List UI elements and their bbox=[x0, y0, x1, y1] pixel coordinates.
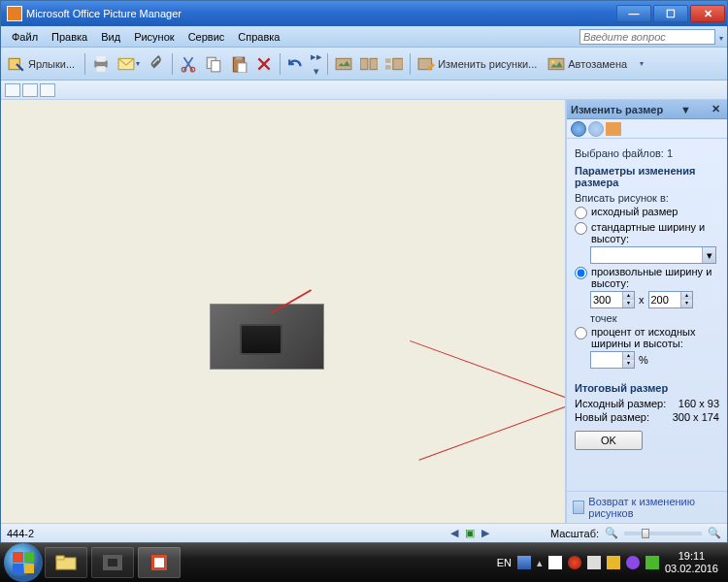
toolbar-overflow[interactable]: ▾ bbox=[635, 59, 648, 68]
radio-standard[interactable]: стандартные ширину и высоту: bbox=[575, 221, 719, 244]
clock[interactable]: 19:11 03.02.2016 bbox=[665, 550, 718, 575]
cut-button[interactable] bbox=[177, 51, 200, 77]
start-button[interactable] bbox=[4, 543, 43, 582]
result-heading: Итоговый размер bbox=[575, 382, 719, 394]
tray-flag-icon[interactable] bbox=[548, 556, 562, 569]
minimize-button[interactable]: — bbox=[616, 5, 651, 22]
panel-close-icon[interactable]: ✕ bbox=[709, 103, 723, 115]
width-input[interactable] bbox=[591, 294, 622, 306]
chevron-down-icon[interactable] bbox=[718, 31, 723, 43]
menu-view[interactable]: Вид bbox=[94, 29, 127, 45]
annotation-arrow bbox=[418, 406, 565, 461]
nav-home-button[interactable] bbox=[606, 122, 621, 136]
selected-count: Выбрано файлов: 1 bbox=[575, 147, 719, 159]
maximize-button[interactable]: ☐ bbox=[653, 5, 688, 22]
svg-rect-11 bbox=[238, 62, 247, 72]
paste-button[interactable] bbox=[227, 51, 250, 77]
menu-edit[interactable]: Правка bbox=[45, 29, 94, 45]
close-button[interactable]: ✕ bbox=[690, 5, 725, 22]
filmstrip-view-button[interactable] bbox=[357, 51, 381, 77]
percent-input[interactable] bbox=[591, 354, 622, 366]
back-to-edit-link[interactable]: Возврат к изменению рисунков bbox=[588, 496, 721, 519]
task-explorer[interactable] bbox=[45, 547, 87, 578]
nav-forward-button[interactable] bbox=[588, 121, 604, 137]
system-tray: EN ▴ 19:11 03.02.2016 bbox=[497, 550, 724, 575]
task-picture-manager[interactable] bbox=[138, 547, 181, 578]
single-view-button[interactable] bbox=[382, 51, 406, 77]
thumbnail-view-button[interactable] bbox=[332, 51, 355, 77]
svg-rect-14 bbox=[370, 58, 378, 69]
menu-file[interactable]: Файл bbox=[5, 29, 45, 45]
delete-button[interactable] bbox=[252, 51, 276, 77]
panel-dropdown-icon[interactable]: ▼ bbox=[678, 104, 694, 115]
mail-button[interactable] bbox=[115, 51, 143, 77]
tray-volume-icon[interactable] bbox=[587, 556, 601, 569]
radio-percent[interactable]: процент от исходных ширины и высоты: bbox=[575, 326, 719, 349]
print-button[interactable] bbox=[89, 51, 113, 77]
radio-original[interactable]: исходный размер bbox=[575, 206, 719, 219]
height-spinner[interactable]: ▴▾ bbox=[648, 291, 693, 308]
radio-standard-input[interactable] bbox=[575, 222, 587, 235]
radio-custom[interactable]: произвольные ширину и высоту: bbox=[575, 266, 719, 289]
svg-rect-26 bbox=[154, 558, 164, 567]
menu-tools[interactable]: Сервис bbox=[182, 29, 232, 45]
chevron-down-icon[interactable]: ▾ bbox=[702, 247, 715, 263]
help-search-input[interactable] bbox=[579, 29, 715, 45]
tray-network-icon[interactable] bbox=[517, 556, 531, 569]
menu-picture[interactable]: Рисунок bbox=[127, 29, 182, 45]
width-spinner[interactable]: ▴▾ bbox=[590, 291, 635, 308]
app-window: Microsoft Office Picture Manager — ☐ ✕ Ф… bbox=[0, 0, 728, 543]
tray-app-icon[interactable] bbox=[626, 556, 640, 569]
nav-back-button[interactable] bbox=[571, 121, 586, 137]
zoom-slider[interactable] bbox=[624, 532, 702, 535]
shortcuts-button[interactable]: Ярлыки... bbox=[5, 51, 81, 77]
title-bar[interactable]: Microsoft Office Picture Manager — ☐ ✕ bbox=[1, 1, 727, 26]
tray-shield-icon[interactable] bbox=[568, 556, 581, 569]
nav-next-button[interactable]: ▶ bbox=[479, 527, 492, 540]
copy-button[interactable] bbox=[202, 51, 225, 77]
toolbar-separator bbox=[172, 53, 173, 75]
clock-time: 19:11 bbox=[665, 550, 718, 563]
picture-preview[interactable] bbox=[210, 304, 324, 370]
nav-play-button[interactable]: ▣ bbox=[463, 527, 477, 540]
menu-help[interactable]: Справка bbox=[231, 29, 286, 45]
view-thumbnails-button[interactable] bbox=[5, 83, 20, 97]
height-input[interactable] bbox=[649, 294, 680, 306]
view-filmstrip-button[interactable] bbox=[22, 83, 38, 97]
zoom-out-icon[interactable]: 🔍 bbox=[605, 527, 618, 539]
toolbar: Ярлыки... ▸▸▾ Изменить рисунки... Автоза… bbox=[1, 48, 727, 81]
language-indicator[interactable]: EN bbox=[497, 557, 512, 568]
picture-canvas[interactable] bbox=[1, 100, 566, 523]
new-size-row: Новый размер:300 x 174 bbox=[575, 411, 719, 423]
toolbar-overflow[interactable]: ▸▸▾ bbox=[310, 50, 323, 78]
percent-spinner[interactable]: ▴▾ bbox=[590, 351, 635, 369]
undo-button[interactable] bbox=[284, 51, 308, 77]
edit-pictures-button[interactable]: Изменить рисунки... bbox=[414, 51, 543, 77]
task-photo-viewer[interactable] bbox=[91, 547, 134, 578]
attach-button[interactable] bbox=[145, 51, 168, 77]
tray-app-icon[interactable] bbox=[607, 556, 620, 569]
standard-size-combo[interactable]: ▾ bbox=[590, 246, 716, 264]
tray-app-icon[interactable] bbox=[645, 556, 659, 569]
original-size-row: Исходный размер:160 x 93 bbox=[575, 398, 719, 409]
main-area: Изменить размер ▼ ✕ Выбрано файлов: 1 Па… bbox=[1, 100, 727, 523]
zoom-thumb[interactable] bbox=[642, 529, 649, 538]
pixels-label: точек bbox=[590, 312, 719, 324]
filename-label: 444-2 bbox=[7, 528, 34, 539]
radio-custom-input[interactable] bbox=[575, 267, 587, 279]
svg-rect-17 bbox=[393, 58, 403, 69]
zoom-in-icon[interactable]: 🔍 bbox=[708, 527, 721, 539]
ok-button[interactable]: OK bbox=[575, 431, 643, 450]
view-single-button[interactable] bbox=[40, 83, 55, 97]
window-title: Microsoft Office Picture Manager bbox=[26, 8, 616, 19]
nav-prev-button[interactable]: ◀ bbox=[447, 527, 461, 540]
custom-size-row: ▴▾ x ▴▾ bbox=[590, 291, 719, 308]
radio-percent-input[interactable] bbox=[575, 327, 587, 340]
autofix-button[interactable]: Автозамена bbox=[545, 51, 633, 77]
panel-header[interactable]: Изменить размер ▼ ✕ bbox=[567, 100, 727, 119]
tray-show-hidden-icon[interactable]: ▴ bbox=[537, 557, 543, 569]
taskbar[interactable]: EN ▴ 19:11 03.02.2016 bbox=[0, 543, 728, 582]
panel-footer: Возврат к изменению рисунков bbox=[567, 491, 727, 523]
original-size-value: 160 x 93 bbox=[678, 398, 719, 409]
radio-original-input[interactable] bbox=[575, 207, 587, 219]
